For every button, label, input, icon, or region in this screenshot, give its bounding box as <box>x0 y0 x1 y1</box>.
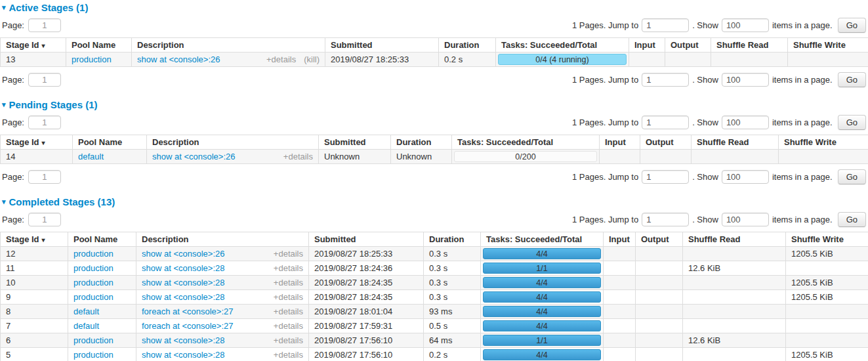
column-header-tasks-succeeded-total[interactable]: Tasks: Succeeded/Total <box>452 135 600 150</box>
collapse-arrow-icon: ▾ <box>2 4 6 11</box>
details-toggle[interactable]: +details <box>266 54 296 64</box>
stage-description-link[interactable]: show at <console>:28 <box>142 278 266 287</box>
stage-description-link[interactable]: show at <console>:28 <box>142 292 266 302</box>
column-header-shuffle-read[interactable]: Shuffle Read <box>711 38 788 53</box>
pagination-row: Page: 1 Pages. Jump to . Show items in a… <box>0 169 868 184</box>
stage-description-link[interactable]: show at <console>:26 <box>137 54 258 64</box>
stage-id-cell: 12 <box>1 247 68 261</box>
pool-link[interactable]: production <box>73 263 114 273</box>
details-toggle[interactable]: +details <box>274 350 303 360</box>
column-header-shuffle-write[interactable]: Shuffle Write <box>779 135 868 150</box>
stage-description-link[interactable]: show at <console>:28 <box>142 350 266 360</box>
column-header-description[interactable]: Description <box>136 232 309 247</box>
column-header-duration[interactable]: Duration <box>439 38 496 53</box>
items-per-page-input[interactable] <box>722 213 769 226</box>
column-header-output[interactable]: Output <box>636 232 683 247</box>
column-header-pool-name[interactable]: Pool Name <box>66 38 132 53</box>
column-header-submitted[interactable]: Submitted <box>319 135 391 150</box>
section-title-completed[interactable]: ▾ Completed Stages (13) <box>0 194 868 207</box>
column-header-submitted[interactable]: Submitted <box>325 38 439 53</box>
stages-table: Stage Id▾Pool NameDescriptionSubmittedDu… <box>0 135 868 164</box>
stage-description-link[interactable]: foreach at <console>:27 <box>142 321 266 331</box>
pool-link[interactable]: production <box>73 335 114 345</box>
stage-description-link[interactable]: show at <console>:26 <box>152 152 276 161</box>
details-toggle[interactable]: +details <box>274 278 303 287</box>
output-cell <box>636 276 683 290</box>
pool-link[interactable]: production <box>73 350 114 360</box>
column-header-shuffle-write[interactable]: Shuffle Write <box>788 38 868 53</box>
column-header-input[interactable]: Input <box>600 135 640 150</box>
column-header-description[interactable]: Description <box>132 38 325 53</box>
jump-to-page-input[interactable] <box>642 73 689 87</box>
input-cell <box>604 348 636 361</box>
column-header-label: Tasks: Succeeded/Total <box>486 234 582 244</box>
details-toggle[interactable]: +details <box>274 335 303 345</box>
show-text: . Show <box>692 117 718 127</box>
go-button[interactable]: Go <box>838 169 866 184</box>
column-header-stage-id[interactable]: Stage Id▾ <box>1 135 73 150</box>
page-input[interactable] <box>28 170 61 184</box>
page-input[interactable] <box>28 213 61 226</box>
details-toggle[interactable]: +details <box>274 263 303 273</box>
page-input[interactable] <box>28 18 61 32</box>
details-toggle[interactable]: +details <box>274 307 303 316</box>
page-input[interactable] <box>28 73 61 87</box>
stage-description-link[interactable]: foreach at <console>:27 <box>142 307 266 316</box>
pool-link[interactable]: production <box>73 249 114 259</box>
pool-link[interactable]: default <box>73 307 99 316</box>
go-button[interactable]: Go <box>838 115 866 130</box>
details-toggle[interactable]: +details <box>274 249 303 259</box>
column-header-duration[interactable]: Duration <box>391 135 452 150</box>
duration-cell: 0.3 s <box>424 276 481 290</box>
items-per-page-input[interactable] <box>722 18 769 32</box>
column-header-shuffle-write[interactable]: Shuffle Write <box>786 232 868 247</box>
stage-description-link[interactable]: show at <console>:28 <box>142 263 266 273</box>
pool-link[interactable]: production <box>73 292 114 302</box>
column-header-stage-id[interactable]: Stage Id▾ <box>1 232 68 247</box>
column-header-shuffle-read[interactable]: Shuffle Read <box>683 232 786 247</box>
column-header-output[interactable]: Output <box>665 38 711 53</box>
stage-description-link[interactable]: show at <console>:28 <box>142 335 266 345</box>
go-button[interactable]: Go <box>838 18 866 33</box>
kill-link[interactable]: (kill) <box>304 54 320 64</box>
column-header-input[interactable]: Input <box>604 232 636 247</box>
column-header-shuffle-read[interactable]: Shuffle Read <box>692 135 779 150</box>
section-title-pending[interactable]: ▾ Pending Stages (1) <box>0 97 868 110</box>
column-header-tasks-succeeded-total[interactable]: Tasks: Succeeded/Total <box>496 38 629 53</box>
jump-to-page-input[interactable] <box>642 170 689 184</box>
column-header-submitted[interactable]: Submitted <box>309 232 424 247</box>
column-header-input[interactable]: Input <box>629 38 665 53</box>
column-header-description[interactable]: Description <box>147 135 319 150</box>
details-toggle[interactable]: +details <box>274 321 303 331</box>
column-header-pool-name[interactable]: Pool Name <box>68 232 136 247</box>
section-title-active[interactable]: ▾ Active Stages (1) <box>0 0 868 12</box>
details-toggle[interactable]: +details <box>274 292 303 302</box>
pool-link[interactable]: production <box>73 278 114 287</box>
items-per-page-input[interactable] <box>722 170 769 184</box>
stage-id-cell: 9 <box>1 290 68 305</box>
go-button[interactable]: Go <box>838 72 866 87</box>
column-header-output[interactable]: Output <box>640 135 692 150</box>
details-toggle[interactable]: +details <box>283 152 313 161</box>
column-header-pool-name[interactable]: Pool Name <box>73 135 147 150</box>
items-per-page-input[interactable] <box>722 116 769 129</box>
pool-link[interactable]: default <box>78 152 104 161</box>
output-cell <box>640 150 692 164</box>
jump-to-page-input[interactable] <box>642 116 689 129</box>
column-header-label: Input <box>605 137 626 147</box>
jump-to-page-input[interactable] <box>642 213 689 226</box>
column-header-duration[interactable]: Duration <box>424 232 481 247</box>
column-header-stage-id[interactable]: Stage Id▾ <box>1 38 66 53</box>
pool-link[interactable]: production <box>72 54 112 64</box>
pool-link[interactable]: default <box>73 321 99 331</box>
stage-description-link[interactable]: show at <console>:26 <box>142 249 266 259</box>
go-button[interactable]: Go <box>838 212 866 227</box>
column-header-tasks-succeeded-total[interactable]: Tasks: Succeeded/Total <box>481 232 604 247</box>
page-input[interactable] <box>28 116 61 129</box>
jump-to-page-input[interactable] <box>642 18 689 32</box>
tasks-progress-bar: 4/4 <box>483 320 601 331</box>
input-cell <box>604 276 636 290</box>
tasks-progress-bar: 0/200 <box>454 151 597 162</box>
tasks-cell: 4/4 <box>481 348 604 361</box>
items-per-page-input[interactable] <box>722 73 769 87</box>
